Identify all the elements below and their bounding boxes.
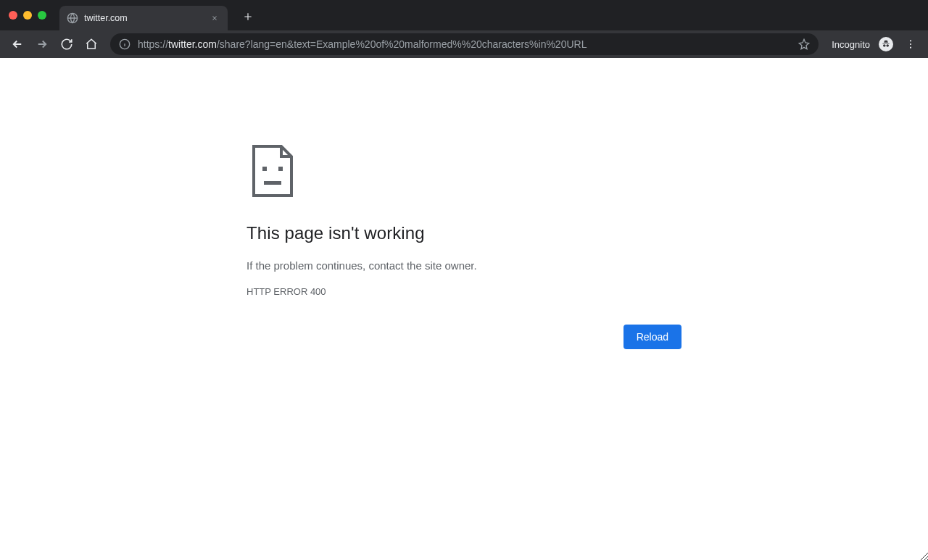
site-info-icon[interactable]: [119, 38, 130, 50]
error-code: HTTP ERROR 400: [246, 286, 682, 297]
new-tab-button[interactable]: [241, 10, 255, 25]
address-bar[interactable]: https://twitter.com/share?lang=en&text=E…: [110, 33, 819, 55]
resize-handle[interactable]: [919, 551, 928, 560]
svg-point-6: [910, 47, 911, 49]
svg-point-5: [910, 43, 911, 45]
svg-rect-8: [278, 167, 283, 171]
globe-icon: [67, 12, 78, 24]
incognito-label: Incognito: [832, 39, 870, 50]
incognito-icon[interactable]: [879, 37, 893, 51]
window-title-bar: twitter.com: [0, 0, 928, 30]
error-panel: This page isn't working If the problem c…: [246, 145, 682, 297]
browser-tab[interactable]: twitter.com: [59, 6, 228, 30]
reload-page-button[interactable]: Reload: [624, 325, 682, 349]
reload-button[interactable]: [57, 34, 77, 54]
maximize-window-button[interactable]: [38, 11, 46, 20]
svg-point-4: [910, 40, 911, 41]
url-text: https://twitter.com/share?lang=en&text=E…: [138, 38, 791, 50]
tab-title: twitter.com: [84, 13, 203, 23]
forward-button[interactable]: [32, 34, 52, 54]
window-controls: [9, 11, 46, 20]
browser-toolbar: https://twitter.com/share?lang=en&text=E…: [0, 30, 928, 58]
back-button[interactable]: [7, 34, 28, 54]
browser-menu-button[interactable]: [900, 34, 921, 54]
error-message: If the problem continues, contact the si…: [246, 259, 682, 272]
close-tab-button[interactable]: [209, 12, 220, 24]
minimize-window-button[interactable]: [23, 11, 32, 20]
page-content: This page isn't working If the problem c…: [0, 58, 928, 560]
home-button[interactable]: [81, 34, 102, 54]
svg-rect-9: [264, 181, 281, 185]
close-window-button[interactable]: [9, 11, 17, 20]
svg-rect-7: [262, 167, 267, 171]
sad-page-icon: [246, 145, 299, 197]
error-title: This page isn't working: [246, 223, 682, 243]
bookmark-icon[interactable]: [798, 38, 810, 50]
